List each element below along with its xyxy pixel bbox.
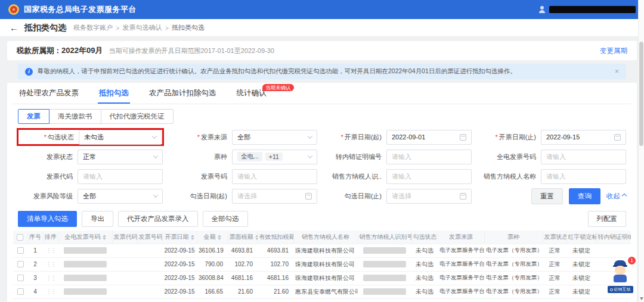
sort-icon[interactable] — [191, 235, 194, 240]
check-status-select[interactable]: 未勾选 — [79, 130, 162, 145]
sort-icon[interactable] — [218, 235, 221, 240]
row-checkbox[interactable] — [17, 288, 24, 295]
breadcrumb-separator: > — [116, 24, 119, 32]
row-checkbox[interactable] — [17, 275, 24, 281]
seller-name-input[interactable]: 请输入 — [541, 169, 626, 184]
col-label: 开票日期 — [165, 233, 189, 240]
risk-level-select[interactable]: 全部 — [78, 189, 163, 204]
seller-tax-id-input[interactable]: 请输入 — [386, 169, 472, 184]
calendar-icon — [614, 134, 621, 141]
tax-officer-mascot-icon[interactable] — [610, 260, 630, 283]
select-all-checkbox[interactable] — [17, 234, 23, 241]
cell-type: 电子发票（专用发票） — [484, 271, 543, 285]
export-button[interactable]: 导出 — [82, 211, 113, 227]
drag-handle-icon[interactable]: ⋮⋮ — [46, 261, 55, 267]
invoice-no-input[interactable]: 请输入 — [232, 169, 317, 184]
cell-status: 正常 — [543, 271, 566, 285]
scrollbar-thumb[interactable] — [639, 42, 643, 146]
subtab-customs-payment[interactable]: 海关缴款书 — [49, 109, 101, 124]
invoice-date-start-picker[interactable]: 2022-09-01 — [386, 130, 472, 145]
assistant-label[interactable]: 征纳互动 — [607, 285, 634, 294]
col-label: 勾选状态 — [413, 233, 437, 240]
col-label: 有效抵扣税额 — [259, 233, 294, 240]
cell-number — [137, 285, 162, 298]
drag-handle-icon[interactable]: ⋮⋮ — [46, 275, 55, 281]
check-date-start-picker[interactable]: 请选择 — [232, 189, 317, 204]
invoice-status-select[interactable]: 正常 — [78, 150, 163, 164]
cell-check_status: 未勾选 — [411, 257, 438, 271]
tab-agri-extra-deduction[interactable]: 农产品加计扣除勾选 — [148, 83, 218, 104]
digital-invoice-no-input[interactable]: 请输入 — [541, 150, 626, 164]
subtab-withholding-cert[interactable]: 代扣代缴完税凭证 — [101, 109, 174, 124]
user-name-redacted[interactable] — [549, 6, 636, 13]
check-date-end-picker[interactable]: 请选择 — [386, 189, 472, 204]
query-button[interactable]: 查询 — [569, 188, 600, 204]
cell-number — [137, 257, 162, 271]
col-label: 销售方纳税人识别号 — [360, 233, 412, 240]
col-source: 发票来源 — [438, 231, 484, 244]
back-arrow-icon[interactable]: ← — [10, 23, 18, 33]
filter-actions: 重置 查询 收起 — [481, 188, 626, 204]
cell-amount: 166.65 — [197, 298, 228, 302]
change-period-link[interactable]: 变更属期 — [600, 46, 627, 55]
table-row: 5⋮⋮2022-09-15166.6521.6021.60惠东县安泰燃气有限公司… — [13, 298, 631, 302]
invoice-type-multiselect[interactable]: 全电... +11 — [232, 150, 317, 164]
row-checkbox[interactable] — [17, 247, 24, 254]
invoice-date-end-picker[interactable]: 2022-09-15 — [541, 130, 626, 145]
filter-seller-tax-id: 销售方纳税人识.. 请输入 — [327, 169, 472, 184]
cell-tax: 21.60 — [228, 285, 258, 298]
table-row: 2⋮⋮2022-09-15790.00102.70102.70珠海建联科技有限公… — [13, 257, 631, 271]
filter-invoice-status: 发票状态 正常 — [18, 149, 163, 164]
col-tax[interactable]: 票面税额 — [228, 231, 258, 244]
cell-date: 2022-09-15 — [162, 285, 197, 298]
subtab-invoice[interactable]: 发票 — [18, 109, 49, 124]
agri-invoice-entry-button[interactable]: 代开农产品发票录入 — [118, 211, 198, 227]
row-checkbox[interactable] — [17, 261, 24, 267]
cell-code — [112, 271, 137, 285]
col-label: 发票状态 — [544, 233, 567, 240]
filter-check-status-highlighted: *勾选状态 未勾选 — [18, 129, 163, 145]
assistant-widget[interactable]: 1 征纳互动 — [606, 260, 634, 294]
cell-amount: 36008.84 — [197, 271, 228, 285]
sort-icon[interactable] — [255, 235, 258, 240]
calendar-icon — [305, 193, 312, 200]
user-icon[interactable] — [538, 6, 546, 13]
invoice-code-input[interactable]: 请输入 — [78, 169, 163, 184]
required-mark: * — [340, 133, 343, 141]
cell-seller_name: 珠海建联科技有限公司 — [293, 257, 358, 271]
col-amount[interactable]: 金额 — [197, 231, 228, 244]
col-digital_no[interactable]: 全电发票号码 — [58, 231, 112, 244]
tab-bar: 待处理农产品发票 抵扣勾选 农产品加计扣除勾选 统计确认 当期未确认 — [13, 83, 631, 104]
import-check-button[interactable]: 清单导入勾选 — [18, 211, 77, 227]
breadcrumb-item[interactable]: 发票勾选确认 — [122, 23, 162, 32]
page-scrollbar[interactable] — [638, 0, 644, 302]
sort-icon[interactable] — [103, 235, 106, 240]
drag-handle-icon[interactable]: ⋮⋮ — [46, 247, 55, 254]
tab-statistics-confirm[interactable]: 统计确认 当期未确认 — [236, 83, 268, 104]
chevron-down-icon — [308, 153, 312, 158]
filter-label: 开票日期(止) — [499, 133, 536, 141]
tab-deduction-check[interactable]: 抵扣勾选 — [98, 83, 130, 104]
cell-sel — [13, 271, 27, 285]
close-icon[interactable]: × — [609, 67, 619, 76]
breadcrumb-item[interactable]: 税务数字账户 — [73, 23, 113, 32]
tab-pending-agri-invoices[interactable]: 待处理农产品发票 — [18, 83, 80, 104]
cell-code — [112, 285, 137, 298]
drag-handle-icon[interactable]: ⋮⋮ — [46, 288, 55, 295]
filter-invoice-source: *发票来源 全部 — [172, 129, 317, 145]
col-seller_name: 销售方纳税人名称 — [293, 231, 358, 244]
column-config-button[interactable]: 列配置 — [588, 211, 627, 227]
transfer-cert-no-input[interactable]: 请输入 — [386, 150, 472, 164]
required-mark: * — [44, 133, 47, 141]
cell-type: 电子发票（专用发票） — [484, 285, 543, 298]
col-label: 票种 — [507, 233, 519, 240]
scrollbar-down-arrow[interactable] — [640, 297, 643, 300]
col-date[interactable]: 开票日期 — [162, 231, 197, 244]
main-card: 待处理农产品发票 抵扣勾选 农产品加计扣除勾选 统计确认 当期未确认 发票 海关… — [7, 83, 637, 302]
collapse-link[interactable]: 收起 — [606, 192, 626, 201]
invoice-source-select[interactable]: 全部 — [232, 130, 317, 145]
select-all-button[interactable]: 全部勾选 — [203, 211, 248, 227]
col-deductible[interactable]: 有效抵扣税额 — [258, 231, 293, 244]
reset-button[interactable]: 重置 — [531, 188, 563, 204]
placeholder-text: 请输入 — [83, 172, 103, 181]
